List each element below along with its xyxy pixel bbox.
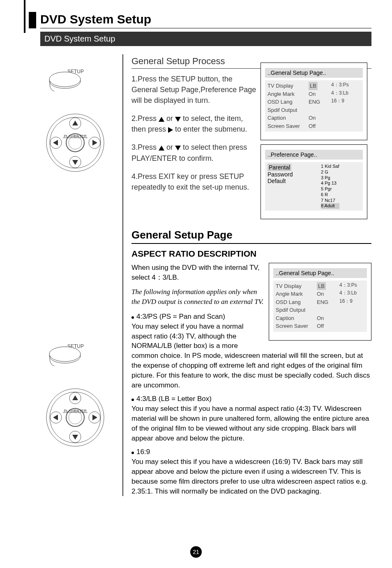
osd-label: TV Display <box>276 282 317 290</box>
page-title: DVD System Setup <box>40 12 371 28</box>
osd-val: On <box>317 314 339 322</box>
step-3: 3.Press or to select then press PLAY/ENT… <box>131 142 259 163</box>
down-arrow-icon <box>175 117 181 122</box>
step2-part-d: to enter the submenu. <box>175 125 247 133</box>
bullet-2: 4:3/LB (LB = Letter Box) <box>131 394 371 404</box>
bullet-1: 4:3/PS (PS = Pan and Scan) <box>131 312 265 322</box>
gsp-title: General Setup Page <box>131 229 371 244</box>
osd-side <box>339 314 364 322</box>
osd-val: LB <box>309 82 318 90</box>
title-accent-bar <box>24 0 25 33</box>
bullet-dot-icon <box>131 452 134 454</box>
setup-button-icon: SETUP <box>40 67 122 95</box>
osd-label: Angle Mark <box>276 290 317 298</box>
osd-label: Screen Saver <box>276 322 317 330</box>
osd-side: 4：3:Ps <box>331 82 360 90</box>
page-number: 21 <box>190 546 202 558</box>
step2-part-a: 2.Press <box>131 114 159 123</box>
osd-item: 2 G <box>321 169 339 175</box>
osd-val <box>317 306 339 314</box>
osd-general-setup: ..General Setup Page.. TV Display LB 4：3… <box>261 63 367 140</box>
osd-val: LB <box>317 282 326 290</box>
bullet-1-label: 4:3/PS (PS = Pan and Scan) <box>136 312 225 322</box>
step3-part-a: 3.Press <box>131 143 159 151</box>
osd-label: Caption <box>267 114 309 122</box>
osd-side <box>339 306 364 314</box>
svg-point-16 <box>49 347 81 362</box>
osd-item: 8 Adult <box>321 203 339 209</box>
up-arrow-icon <box>159 146 164 151</box>
osd-row: TV Display LB 4：3:Ps <box>267 82 360 90</box>
osd-val: Off <box>309 122 331 130</box>
svg-point-1 <box>49 72 81 87</box>
right-arrow-icon <box>168 127 173 133</box>
step-2: 2.Press or to select, the item, then pre… <box>131 113 259 134</box>
osd-header: ..General Setup Page.. <box>273 268 367 278</box>
bullet-3: 16:9 <box>131 447 371 457</box>
osd-side: 4：3:Lb <box>331 90 360 98</box>
osd-row: Spdif Output <box>267 106 360 114</box>
osd-side: 4：3:Lb <box>339 290 364 298</box>
osd-side <box>331 106 360 114</box>
osd-item: 5 Pgr <box>321 186 339 192</box>
osd-label: TV Display <box>267 82 309 90</box>
osd-row: OSD Lang ENG 16：9 <box>267 98 360 106</box>
osd-row: Angle Mark On 4：3:Lb <box>267 90 360 98</box>
osd-item: Default <box>267 178 321 184</box>
osd-val <box>309 106 331 114</box>
dpad-icon: PLAY/ENTER <box>40 108 122 178</box>
osd-general-setup-2: ..General Setup Page.. TV DisplayLB4：3:P… <box>269 263 371 341</box>
step-1: 1.Press the SETUP button, the General Se… <box>131 74 259 106</box>
osd-side: 16：9 <box>339 298 364 306</box>
title-marker <box>29 12 36 28</box>
bullet-dot-icon <box>131 399 134 401</box>
osd-side <box>331 122 360 130</box>
setup-button-icon: SETUP <box>40 341 122 370</box>
osd-val: On <box>309 90 331 98</box>
osd-side <box>331 114 360 122</box>
step-4: 4.Press EXIT key or press SETUP repeated… <box>131 171 259 192</box>
dpad-icon: PLAY/ENTER <box>40 383 122 452</box>
osd-header: ..Preference Page.. <box>265 150 363 160</box>
osd-header: ..General Setup Page.. <box>265 68 363 78</box>
osd-label: Screen Saver <box>267 122 309 130</box>
osd-label: Spdif Output <box>276 306 317 314</box>
bullet-3-text: You may select this if you have a widesc… <box>131 457 371 496</box>
osd-label: Spdif Output <box>267 106 309 114</box>
osd-side: 16：9 <box>331 98 360 106</box>
bullet-3-label: 16:9 <box>136 447 150 457</box>
osd-val: ENG <box>309 98 331 106</box>
osd-val: On <box>309 114 331 122</box>
osd-label: OSD Lang <box>267 98 309 106</box>
osd-val: On <box>317 290 339 298</box>
step3-part-b: or <box>166 143 175 151</box>
osd-label: Angle Mark <box>267 90 309 98</box>
page-subtitle: DVD System Setup <box>40 32 371 46</box>
gsp-subtitle: ASPECT RATIO DESCRIPTION <box>131 249 371 259</box>
down-arrow-icon <box>175 146 181 151</box>
osd-item: 3 Pg <box>321 175 339 181</box>
osd-item: 4 Pg 13 <box>321 181 339 186</box>
osd-row: Caption On <box>267 114 360 122</box>
page-number-value: 21 <box>190 546 202 558</box>
osd-side: 4：3:Ps <box>339 282 364 290</box>
osd-item: Password <box>267 171 321 178</box>
osd-item: 6 R <box>321 192 339 198</box>
bullet-2-text: You may select this if you have a normal… <box>131 404 371 443</box>
osd-item: Parental <box>267 164 291 171</box>
osd-label: OSD Lang <box>276 298 317 306</box>
osd-row: Screen Saver Off <box>267 122 360 130</box>
osd-label: Caption <box>276 314 317 322</box>
osd-val: Off <box>317 322 339 330</box>
bullet-dot-icon <box>131 316 134 319</box>
osd-side <box>339 322 364 330</box>
step2-part-b: or <box>166 114 175 123</box>
bullet-2-label: 4:3/LB (LB = Letter Box) <box>136 394 212 404</box>
osd-val: ENG <box>317 298 339 306</box>
osd-item: 1 Kid Saf <box>321 164 339 169</box>
osd-preference: ..Preference Page.. Parental Password De… <box>261 144 367 219</box>
osd-item: 7 Nc17 <box>321 198 339 204</box>
up-arrow-icon <box>159 117 164 122</box>
